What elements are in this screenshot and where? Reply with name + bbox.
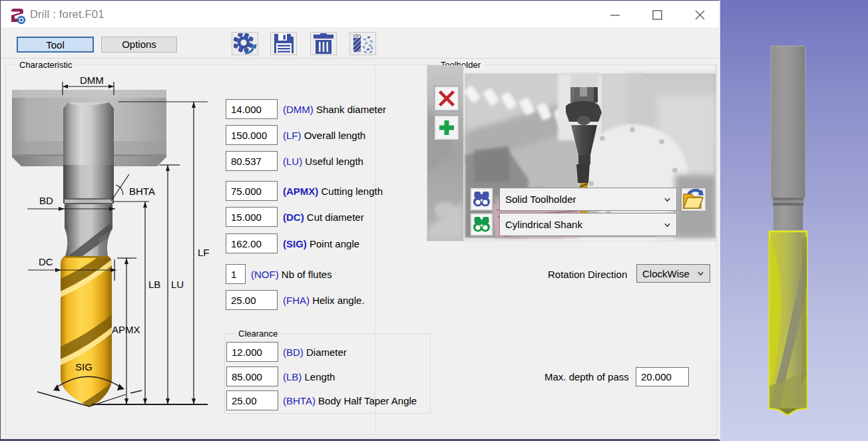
svg-text:BD: BD — [39, 195, 53, 206]
svg-text:DC: DC — [39, 256, 53, 267]
svg-text:LU: LU — [171, 279, 184, 290]
svg-text:BHTA: BHTA — [129, 186, 155, 197]
svg-text:SIG: SIG — [75, 361, 93, 372]
svg-text:LF: LF — [198, 247, 210, 258]
svg-text:DMM: DMM — [80, 74, 104, 86]
svg-text:APMX: APMX — [112, 324, 140, 335]
svg-text:LB: LB — [148, 279, 160, 290]
